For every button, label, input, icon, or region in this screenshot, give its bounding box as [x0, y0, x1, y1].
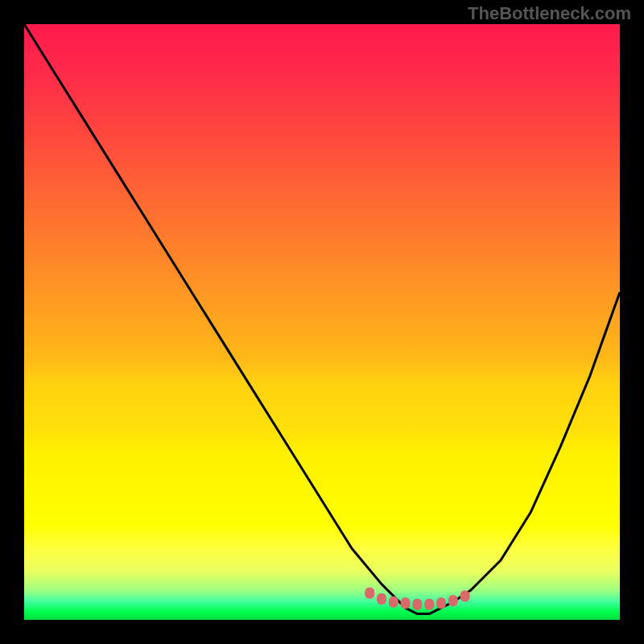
- watermark-text: TheBottleneck.com: [468, 3, 631, 24]
- marker-dot: [412, 599, 422, 610]
- marker-dot: [436, 597, 446, 609]
- marker-band-group: [365, 588, 469, 610]
- marker-dot: [401, 597, 411, 609]
- chart-svg: [24, 24, 620, 620]
- marker-dot: [460, 590, 470, 601]
- marker-dot: [448, 595, 458, 606]
- bottleneck-curve: [24, 24, 620, 614]
- chart-plot-area: [24, 24, 620, 620]
- marker-dot: [365, 588, 374, 599]
- marker-dot: [377, 593, 386, 605]
- marker-dot: [389, 597, 398, 608]
- marker-dot: [424, 599, 434, 610]
